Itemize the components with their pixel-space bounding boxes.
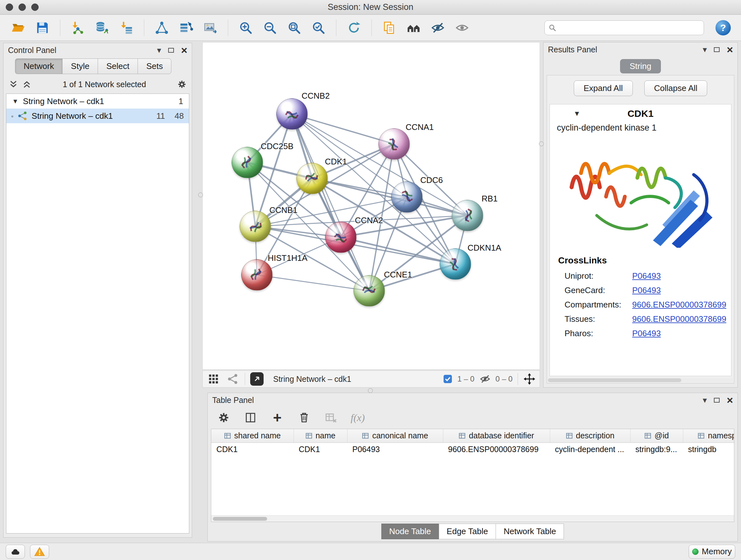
show-columns-button[interactable] [244,411,258,425]
network-row[interactable]: ● String Network – cdk1 11 48 [6,109,189,123]
crosslink-link-tissues[interactable]: 9606.ENSP00000378699 [632,314,726,324]
cell-name[interactable]: CDK1 [293,442,347,456]
toolbar-search[interactable] [544,20,704,35]
cell-description[interactable]: cyclin-dependent ... [550,442,630,456]
copy-button[interactable] [380,18,399,38]
warnings-button[interactable] [30,545,49,559]
new-network-button[interactable] [152,18,172,38]
zoom-in-button[interactable] [236,18,256,38]
network-node-RB1[interactable] [452,200,483,231]
show-all-button[interactable] [452,18,472,38]
network-from-table-button[interactable] [176,18,196,38]
network-node-CDK1[interactable] [296,163,328,194]
tab-edge-table[interactable]: Edge Table [439,523,496,539]
save-session-button[interactable] [32,18,52,38]
crosslink-link-genecard[interactable]: P06493 [632,286,661,295]
crosslink-link-compartments[interactable]: 9606.ENSP00000378699 [632,300,726,310]
tab-network-table[interactable]: Network Table [495,523,564,539]
table-panel-close-button[interactable]: × [727,395,733,406]
results-panel-close-button[interactable]: × [727,44,733,55]
cell-database-identifier[interactable]: 9606.ENSP00000378699 [443,442,550,456]
results-horizontal-scrollbar[interactable] [548,378,733,382]
network-canvas[interactable]: CCNB2CCNA1CDC25BCDK1CDC6RB1CCNB1CCNA2CDK… [202,42,540,370]
function-builder-button-disabled[interactable]: f(x) [351,411,365,425]
open-session-button[interactable] [8,18,28,38]
zoom-selected-button[interactable] [309,18,328,38]
network-node-CCNB2[interactable] [276,98,308,130]
search-input[interactable] [559,23,700,33]
memory-button[interactable]: Memory [689,545,735,559]
selected-checkbox-icon[interactable] [443,374,452,383]
delete-column-button[interactable] [297,411,311,425]
birdseye-view-button[interactable] [206,372,220,386]
tab-network[interactable]: Network [15,58,62,74]
collapse-all-chevrons-icon[interactable] [9,79,18,89]
column-header-description[interactable]: description [550,429,630,442]
import-table-file-button[interactable] [117,18,136,38]
results-panel-float-button[interactable] [714,47,720,52]
scrollbar-thumb[interactable] [213,517,267,521]
hide-selection-button[interactable] [428,18,448,38]
column-header-name[interactable]: name [293,429,347,442]
collapse-all-button[interactable]: Collapse All [644,80,708,96]
zoom-out-button[interactable] [260,18,280,38]
tab-style[interactable]: Style [62,58,98,74]
network-edge-CCNB2-CCNE1[interactable] [292,114,369,291]
column-header-id[interactable]: @id [630,429,683,442]
scrollbar-thumb[interactable] [548,378,681,382]
table-horizontal-scrollbar[interactable] [211,515,734,522]
column-header-canonical-name[interactable]: canonical name [347,429,443,442]
cell-shared-name[interactable]: CDK1 [211,442,293,456]
network-node-HIST1H1A[interactable] [241,259,273,291]
houses-button[interactable] [404,18,423,38]
control-panel-collapse-button[interactable]: ▾ [157,46,161,54]
cell-namespace[interactable]: stringdb [683,442,734,456]
table-options-button[interactable] [217,411,231,425]
create-column-button[interactable]: + [270,411,284,425]
column-header-namespace[interactable]: namespac [683,429,734,442]
column-header-shared-name[interactable]: shared name [211,429,293,442]
expand-all-chevrons-icon[interactable] [22,79,31,89]
control-panel-close-button[interactable]: × [181,45,187,56]
crosslink-link-uniprot[interactable]: P06493 [632,271,661,281]
tab-select[interactable]: Select [98,58,138,74]
cell-canonical-name[interactable]: P06493 [347,442,443,456]
window-minimize-button[interactable] [18,3,26,11]
hidden-eye-slash-icon[interactable] [480,374,490,384]
network-node-CCNA2[interactable] [325,222,356,253]
share-network-button[interactable] [226,372,240,386]
table-panel-collapse-button[interactable]: ▾ [703,396,707,404]
control-panel-float-button[interactable] [168,48,174,53]
tab-sets[interactable]: Sets [138,58,172,74]
network-edge-CDK1-RB1[interactable] [312,179,468,215]
network-collection-row[interactable]: ▼ String Network – cdk1 1 [6,94,189,109]
zoom-fit-button[interactable] [284,18,304,38]
cell-id[interactable]: stringdb:9... [630,442,683,456]
tree-expand-icon[interactable]: ▼ [12,98,18,105]
help-button[interactable]: ? [716,20,731,36]
crosslink-link-pharos[interactable]: P06493 [632,328,661,338]
network-node-CCNE1[interactable] [354,275,385,307]
column-header-database-identifier[interactable]: database identifier [443,429,550,442]
tab-string[interactable]: String [620,59,661,73]
network-node-CDC25B[interactable] [232,147,263,178]
expand-all-button[interactable]: Expand All [574,80,633,96]
network-node-CCNB1[interactable] [240,211,271,242]
network-edge-CCNE1-HIST1H1A[interactable] [257,275,369,291]
network-node-CDC6[interactable] [391,181,422,212]
results-panel-collapse-button[interactable]: ▾ [703,45,707,54]
splitter-handle[interactable] [198,192,203,197]
protein-card-collapse-icon[interactable]: ▼ [574,110,581,118]
table-panel-float-button[interactable] [714,398,720,402]
import-network-file-button[interactable] [68,18,88,38]
refresh-button[interactable] [344,18,364,38]
export-image-button[interactable] [200,18,220,38]
network-node-CCNA1[interactable] [379,128,410,160]
network-node-CDKN1A[interactable] [440,248,471,280]
window-close-button[interactable] [6,3,13,11]
splitter-handle[interactable] [368,388,373,393]
open-in-new-window-button[interactable] [250,372,264,386]
gear-icon[interactable] [177,79,187,89]
delete-table-button-disabled[interactable] [324,411,338,425]
splitter-handle[interactable] [539,141,544,146]
